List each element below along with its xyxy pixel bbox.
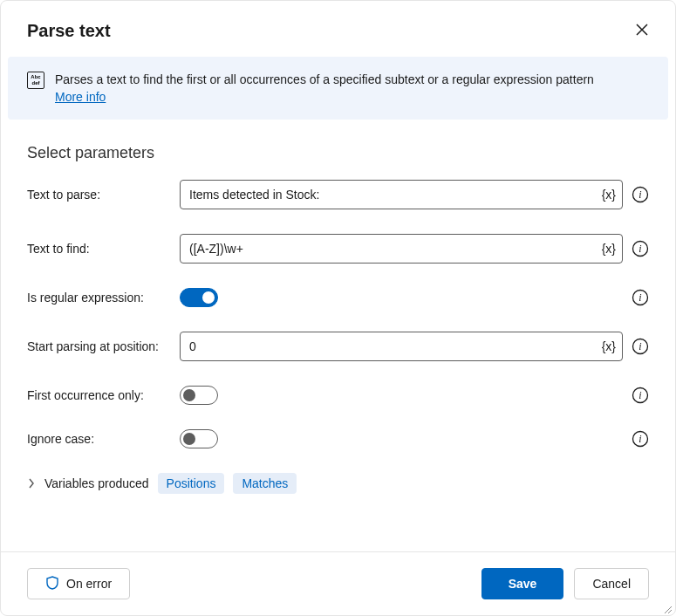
parse-text-dialog: Parse text Abc def Parses a text to find…	[0, 0, 676, 616]
start-position-input[interactable]	[180, 332, 623, 361]
label-is-regex: Is regular expression:	[27, 291, 180, 305]
close-button[interactable]	[628, 17, 656, 44]
row-is-regex: Is regular expression: i	[27, 288, 649, 307]
shield-icon	[45, 576, 59, 592]
variable-picker-icon[interactable]: {x}	[602, 339, 616, 353]
variable-chip-positions[interactable]: Positions	[158, 473, 225, 494]
row-ignore-case: Ignore case: i	[27, 429, 649, 448]
label-first-only: First occurrence only:	[27, 388, 180, 402]
abc-def-icon: Abc def	[27, 72, 44, 89]
section-title: Select parameters	[27, 144, 649, 162]
label-ignore-case: Ignore case:	[27, 432, 180, 446]
info-icon[interactable]: i	[632, 387, 649, 404]
first-only-toggle[interactable]	[180, 386, 218, 405]
svg-text:i: i	[638, 340, 641, 352]
label-start-position: Start parsing at position:	[27, 339, 180, 353]
svg-text:i: i	[638, 243, 641, 255]
label-text-to-find: Text to find:	[27, 242, 180, 256]
ignore-case-toggle[interactable]	[180, 429, 218, 448]
row-start-position: Start parsing at position: {x} i	[27, 332, 649, 361]
save-button[interactable]: Save	[481, 568, 564, 599]
svg-text:i: i	[638, 389, 641, 401]
dialog-body: Select parameters Text to parse: {x} i T…	[1, 120, 675, 551]
on-error-button[interactable]: On error	[27, 568, 130, 599]
svg-text:i: i	[638, 291, 641, 304]
banner-text: Parses a text to find the first or all o…	[55, 71, 594, 106]
info-icon[interactable]: i	[632, 430, 649, 448]
variables-produced-label[interactable]: Variables produced	[44, 476, 149, 490]
row-first-only: First occurrence only: i	[27, 386, 649, 405]
svg-text:i: i	[638, 188, 641, 201]
is-regex-toggle[interactable]	[180, 288, 218, 307]
info-banner: Abc def Parses a text to find the first …	[8, 57, 668, 120]
text-to-parse-input[interactable]	[180, 180, 623, 209]
info-icon[interactable]: i	[632, 240, 649, 257]
info-icon[interactable]: i	[632, 289, 649, 306]
close-icon	[636, 24, 648, 38]
dialog-footer: On error Save Cancel	[1, 551, 675, 615]
row-text-to-find: Text to find: {x} i	[27, 234, 649, 264]
more-info-link[interactable]: More info	[55, 90, 106, 104]
info-icon[interactable]: i	[632, 338, 649, 355]
chevron-right-icon[interactable]	[27, 478, 36, 489]
dialog-header: Parse text	[1, 1, 675, 57]
cancel-button[interactable]: Cancel	[574, 568, 649, 599]
variables-produced-row: Variables produced Positions Matches	[27, 473, 649, 494]
variable-picker-icon[interactable]: {x}	[602, 188, 616, 202]
label-text-to-parse: Text to parse:	[27, 188, 180, 202]
variable-picker-icon[interactable]: {x}	[602, 242, 616, 256]
text-to-find-input[interactable]	[180, 234, 623, 264]
dialog-title: Parse text	[27, 21, 111, 41]
variable-chip-matches[interactable]: Matches	[233, 473, 297, 494]
info-icon[interactable]: i	[632, 186, 649, 203]
row-text-to-parse: Text to parse: {x} i	[27, 180, 649, 209]
svg-text:i: i	[638, 433, 641, 445]
